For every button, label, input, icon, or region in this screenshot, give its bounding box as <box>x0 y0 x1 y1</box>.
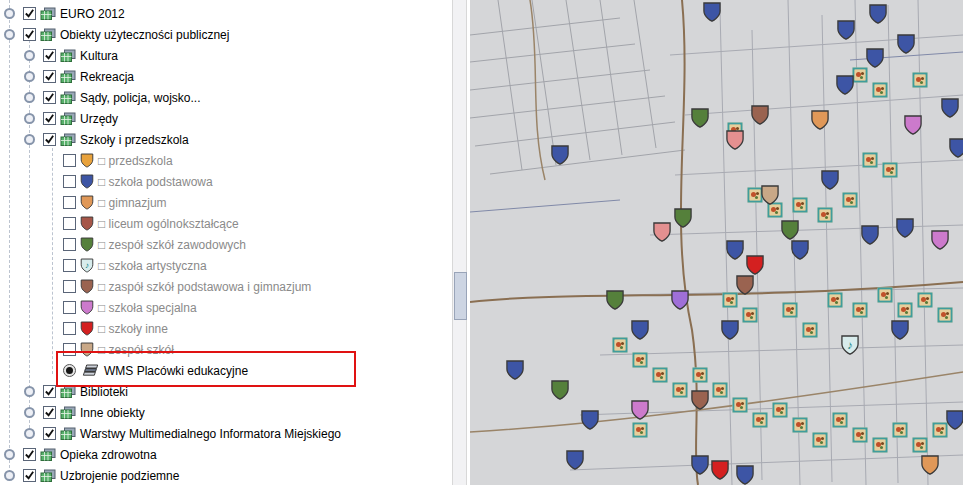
shield-marker[interactable] <box>691 108 710 129</box>
shield-marker[interactable] <box>736 465 755 485</box>
layer-label[interactable]: Rekreacja <box>80 70 134 84</box>
layer-checkbox[interactable] <box>43 133 56 146</box>
scrollbar-thumb[interactable] <box>454 272 467 320</box>
layer-checkbox[interactable] <box>63 301 76 314</box>
shield-marker[interactable] <box>711 460 730 481</box>
shield-marker[interactable] <box>581 410 600 431</box>
shield-marker[interactable] <box>836 75 855 96</box>
photo-marker[interactable] <box>803 323 818 338</box>
shield-marker[interactable] <box>631 400 650 421</box>
shield-marker[interactable] <box>751 105 770 126</box>
layer-label[interactable]: EURO 2012 <box>60 7 125 21</box>
shield-marker[interactable] <box>691 455 710 476</box>
layer-checkbox[interactable] <box>63 259 76 272</box>
layer-checkbox[interactable] <box>63 238 76 251</box>
shield-marker[interactable] <box>506 360 525 381</box>
photo-marker[interactable] <box>783 303 798 318</box>
shield-marker[interactable] <box>703 2 722 23</box>
shield-marker[interactable] <box>691 390 710 411</box>
tree-expander-icon[interactable] <box>24 134 35 145</box>
photo-marker[interactable] <box>743 308 758 323</box>
photo-marker[interactable] <box>818 208 833 223</box>
layer-label[interactable]: Uzbrojenie podziemne <box>60 469 179 483</box>
layer-checkbox[interactable] <box>23 28 36 41</box>
layer-checkbox[interactable] <box>43 49 56 62</box>
shield-marker[interactable] <box>897 34 916 55</box>
photo-marker[interactable] <box>863 153 878 168</box>
layer-checkbox[interactable] <box>43 385 56 398</box>
layer-checkbox[interactable] <box>63 154 76 167</box>
tree-expander-icon[interactable] <box>24 428 35 439</box>
shield-marker[interactable] <box>606 290 625 311</box>
photo-marker[interactable] <box>693 368 708 383</box>
shield-marker[interactable] <box>811 110 830 131</box>
shield-marker[interactable] <box>781 220 800 241</box>
layer-checkbox[interactable] <box>63 175 76 188</box>
photo-marker[interactable] <box>853 68 868 83</box>
layer-checkbox[interactable] <box>43 406 56 419</box>
layer-label[interactable]: □ przedszkola <box>98 154 173 168</box>
photo-marker[interactable] <box>813 433 828 448</box>
photo-marker[interactable] <box>653 368 668 383</box>
shield-marker[interactable] <box>904 115 923 136</box>
photo-marker[interactable] <box>633 353 648 368</box>
tree-expander-icon[interactable] <box>24 50 35 61</box>
layer-label[interactable]: Kultura <box>80 49 118 63</box>
layer-checkbox[interactable] <box>23 7 36 20</box>
layer-label[interactable]: □ zespół szkół zawodowych <box>98 238 246 252</box>
layer-checkbox[interactable] <box>43 70 56 83</box>
layer-label[interactable]: □ liceum ogólnokształcące <box>98 217 239 231</box>
layer-label[interactable]: □ gimnazjum <box>98 196 167 210</box>
shield-marker[interactable] <box>746 255 765 276</box>
shield-marker[interactable] <box>896 218 915 239</box>
photo-marker[interactable] <box>878 288 893 303</box>
layer-label[interactable]: Urzędy <box>80 112 118 126</box>
layer-label[interactable]: Szkoły i przedszkola <box>80 133 189 147</box>
shield-marker[interactable] <box>869 4 888 25</box>
shield-marker[interactable] <box>653 222 672 243</box>
layer-label[interactable]: □ szkoła specjalna <box>98 301 197 315</box>
photo-marker[interactable] <box>613 338 628 353</box>
shield-marker[interactable] <box>736 275 755 296</box>
photo-marker[interactable] <box>853 428 868 443</box>
tree-expander-icon[interactable] <box>24 386 35 397</box>
layer-label[interactable]: Inne obiekty <box>80 406 145 420</box>
tree-expander-icon[interactable] <box>4 449 15 460</box>
shield-marker[interactable] <box>866 48 885 69</box>
photo-marker[interactable] <box>733 398 748 413</box>
shield-marker[interactable] <box>566 450 585 471</box>
photo-marker[interactable] <box>873 83 888 98</box>
layer-label[interactable]: Opieka zdrowotna <box>60 448 157 462</box>
layer-checkbox[interactable] <box>43 112 56 125</box>
shield-marker[interactable] <box>726 130 745 151</box>
layer-checkbox[interactable] <box>63 196 76 209</box>
shield-marker[interactable] <box>761 185 780 206</box>
photo-marker[interactable] <box>713 383 728 398</box>
shield-marker[interactable] <box>791 240 810 261</box>
photo-marker[interactable] <box>918 293 933 308</box>
photo-marker[interactable] <box>773 403 788 418</box>
shield-marker[interactable] <box>674 208 693 229</box>
layer-checkbox[interactable] <box>63 280 76 293</box>
photo-marker[interactable] <box>898 303 913 318</box>
tree-expander-icon[interactable] <box>24 71 35 82</box>
layer-checkbox[interactable] <box>23 448 36 461</box>
photo-marker[interactable] <box>853 303 868 318</box>
photo-marker[interactable] <box>793 418 808 433</box>
shield-marker[interactable] <box>941 98 960 119</box>
shield-marker[interactable]: ♪ <box>841 335 860 356</box>
tree-expander-icon[interactable] <box>24 407 35 418</box>
shield-marker[interactable] <box>949 138 963 159</box>
photo-marker[interactable] <box>938 308 953 323</box>
photo-marker[interactable] <box>753 413 768 428</box>
layer-label[interactable]: □ szkoła podstawowa <box>98 175 213 189</box>
layer-checkbox[interactable] <box>43 91 56 104</box>
map-canvas[interactable]: ♪ <box>470 0 963 485</box>
layer-label[interactable]: Sądy, policja, wojsko... <box>80 91 201 105</box>
shield-marker[interactable] <box>551 145 570 166</box>
layer-label[interactable]: □ szkoły inne <box>98 322 168 336</box>
layer-checkbox[interactable] <box>43 427 56 440</box>
photo-marker[interactable] <box>828 293 843 308</box>
shield-marker[interactable] <box>861 225 880 246</box>
vertical-scrollbar[interactable] <box>452 0 467 485</box>
